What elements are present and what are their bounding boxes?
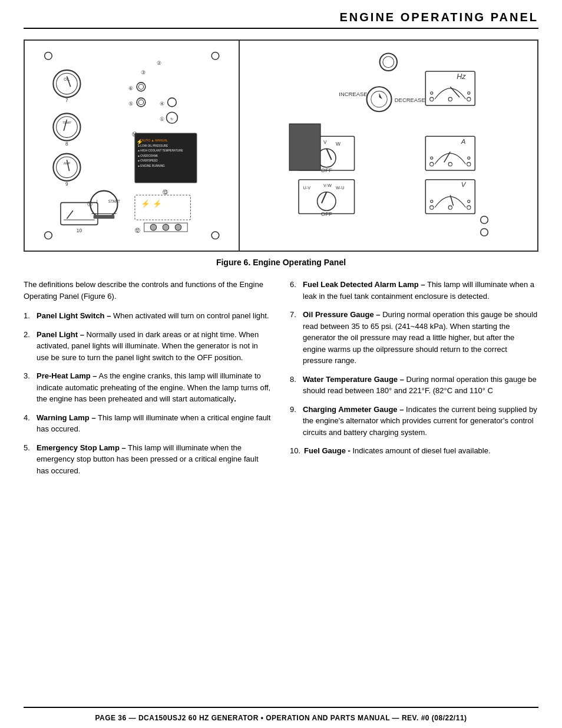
svg-text:OFF: OFF <box>321 167 332 173</box>
content-columns: The definitions below describe the contr… <box>24 279 538 695</box>
svg-text:U-V: U-V <box>303 185 311 190</box>
svg-text:OIL: OIL <box>64 77 70 81</box>
svg-text:● OVERCRANK: ● OVERCRANK <box>138 154 158 157</box>
svg-point-83 <box>449 162 452 166</box>
svg-point-2 <box>45 232 52 239</box>
svg-text:V: V <box>323 139 327 145</box>
svg-point-59 <box>380 54 397 71</box>
svg-point-104 <box>481 216 488 224</box>
item-3-label: Pre-Heat Lamp – <box>37 371 97 380</box>
svg-point-51 <box>163 224 169 230</box>
figure-box: OIL 7 TEMP 8 AMP 9 <box>24 39 538 252</box>
svg-point-85 <box>431 157 433 159</box>
list-item-9: 9. Charging Ammeter Gauge – Indicates th… <box>290 404 538 439</box>
svg-point-29 <box>137 98 146 107</box>
svg-text:⑭: ⑭ <box>132 131 137 137</box>
page: ENGINE OPERATING PANEL OIL 7 <box>0 0 562 728</box>
list-item-5: 5. Emergency Stop Lamp – This lamp will … <box>24 442 272 477</box>
svg-text:W-U: W-U <box>336 185 345 190</box>
svg-text:● HIGH COOLANT TEMPERATURE: ● HIGH COOLANT TEMPERATURE <box>138 150 183 153</box>
svg-point-63 <box>430 97 434 101</box>
svg-text:INCREASE: INCREASE <box>339 91 368 97</box>
svg-rect-88 <box>290 124 321 170</box>
svg-point-4 <box>53 70 80 97</box>
figure-caption: Figure 6. Engine Operating Panel <box>24 258 538 267</box>
left-column: The definitions below describe the contr… <box>24 279 272 695</box>
svg-point-86 <box>468 157 470 159</box>
right-column: 6. Fuel Leak Detected Alarm Lamp – This … <box>290 279 538 695</box>
svg-point-98 <box>430 206 434 209</box>
svg-text:⑬: ⑬ <box>163 189 168 195</box>
svg-point-102 <box>468 200 470 202</box>
svg-text:⚡ ⚡: ⚡ ⚡ <box>141 199 162 209</box>
svg-text:V-W: V-W <box>323 183 332 188</box>
svg-text:START: START <box>108 199 120 203</box>
svg-point-27 <box>138 84 143 89</box>
svg-text:③: ③ <box>141 69 146 75</box>
svg-text:④: ④ <box>160 100 164 107</box>
list-item-1: 1. Panel Light Switch – When activated w… <box>24 310 272 322</box>
item-10-label: Fuel Gauge - <box>304 446 351 455</box>
svg-point-0 <box>45 52 52 60</box>
svg-text:②: ② <box>157 60 161 67</box>
list-item-10: 10. Fuel Gauge - Indicates amount of die… <box>290 445 538 457</box>
list-item-8: 8. Water Temperature Gauge – During norm… <box>290 374 538 397</box>
page-title: ENGINE OPERATING PANEL <box>24 11 538 24</box>
panel-left-svg: OIL 7 TEMP 8 AMP 9 <box>31 47 233 245</box>
svg-point-82 <box>430 162 434 166</box>
svg-point-64 <box>449 97 452 101</box>
items-list-left: 1. Panel Light Switch – When activated w… <box>24 310 272 476</box>
intro-text: The definitions below describe the contr… <box>24 279 272 302</box>
svg-text:⑤: ⑤ <box>128 100 133 107</box>
item-8-label: Water Temperature Gauge – <box>303 375 404 384</box>
item-9-label: Charging Ammeter Gauge – <box>303 405 404 414</box>
panel-left: OIL 7 TEMP 8 AMP 9 <box>25 41 240 251</box>
svg-text:Hz: Hz <box>457 73 467 81</box>
svg-point-32 <box>168 98 177 107</box>
svg-point-70 <box>367 87 392 111</box>
svg-point-93 <box>318 192 336 211</box>
svg-text:9: 9 <box>65 181 68 187</box>
items-list-right: 6. Fuel Leak Detected Alarm Lamp – This … <box>290 279 538 457</box>
svg-text:A: A <box>461 138 466 145</box>
svg-point-30 <box>138 100 143 104</box>
svg-text:TEMP: TEMP <box>62 121 71 124</box>
svg-point-60 <box>383 57 394 68</box>
item-6-label: Fuel Leak Detected Alarm Lamp – <box>303 280 425 289</box>
list-item-7: 7. Oil Pressure Gauge – During normal op… <box>290 309 538 367</box>
list-item-4: 4. Warning Lamp – This lamp will illumin… <box>24 412 272 435</box>
svg-text:⚡: ⚡ <box>136 139 143 146</box>
page-header: ENGINE OPERATING PANEL <box>24 0 538 29</box>
svg-point-1 <box>211 52 219 60</box>
svg-text:↻: ↻ <box>170 117 173 121</box>
svg-point-65 <box>467 97 471 101</box>
svg-point-67 <box>468 92 470 94</box>
svg-text:● ENGINE RUNNING: ● ENGINE RUNNING <box>138 164 165 167</box>
svg-text:⑥: ⑥ <box>128 85 133 91</box>
svg-text:8: 8 <box>65 141 68 147</box>
svg-text:7: 7 <box>65 98 68 104</box>
svg-point-52 <box>175 224 181 230</box>
svg-point-14 <box>53 154 80 181</box>
svg-text:I: I <box>97 199 98 204</box>
item-5-label: Emergency Stop Lamp – <box>37 443 126 452</box>
svg-point-101 <box>431 200 433 202</box>
svg-text:OFF: OFF <box>321 210 332 217</box>
svg-point-66 <box>431 92 433 94</box>
svg-text:W: W <box>336 141 340 147</box>
svg-point-26 <box>137 83 146 91</box>
svg-text:⑫: ⑫ <box>135 227 140 233</box>
svg-text:DECREASE: DECREASE <box>395 97 425 104</box>
svg-text:10: 10 <box>77 228 82 233</box>
list-item-6: 6. Fuel Leak Detected Alarm Lamp – This … <box>290 279 538 302</box>
item-4-label: Warning Lamp – <box>37 413 96 422</box>
item-7-label: Oil Pressure Gauge – <box>303 310 381 319</box>
page-footer: PAGE 36 — DCA150USJ2 60 HZ GENERATOR • O… <box>24 707 538 728</box>
item-2-label: Panel Light – <box>37 330 84 339</box>
svg-point-9 <box>53 113 80 140</box>
svg-line-94 <box>322 192 326 203</box>
footer-text: PAGE 36 — DCA150USJ2 60 HZ GENERATOR • O… <box>95 714 467 722</box>
svg-point-3 <box>211 232 219 239</box>
svg-text:①: ① <box>160 116 164 122</box>
svg-text:● OVERSPEED: ● OVERSPEED <box>138 159 158 162</box>
